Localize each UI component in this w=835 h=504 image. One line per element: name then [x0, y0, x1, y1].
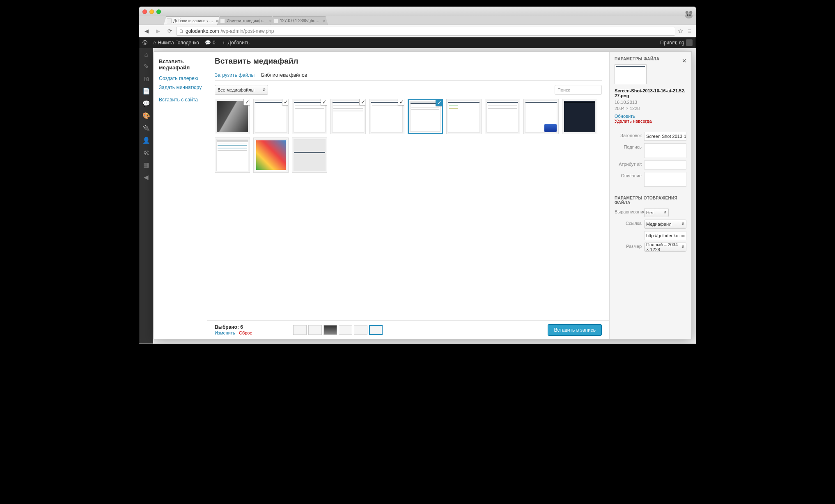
size-select[interactable]: Полный – 835 × 504 — [644, 243, 686, 252]
svg-point-3 — [687, 14, 688, 16]
detail-filename: Screen-Shot-2013-10-16-at-21.52.27.png — [615, 88, 686, 98]
tab-favicon — [220, 18, 225, 23]
selection-thumb-active[interactable] — [369, 325, 383, 335]
sidebar-link-gallery[interactable]: Создать галерею — [159, 74, 202, 83]
clear-selection-link[interactable]: Сброс — [239, 330, 252, 335]
check-icon[interactable]: ✓ — [398, 99, 404, 105]
tab-media-library[interactable]: Библиотека файлов — [261, 70, 307, 80]
check-icon[interactable]: ✓ — [436, 99, 443, 106]
modal-sidebar-title: Вставить медиафайл — [159, 58, 202, 71]
window-minimize-button[interactable] — [149, 9, 154, 14]
wp-add-new-link[interactable]: ＋ Добавить — [221, 39, 250, 46]
tab-favicon — [167, 18, 172, 23]
wp-admin-bar: ⓦ ⌂ Никита Голоденко 💬 0 ＋ Добавить Прив… — [139, 37, 696, 48]
browser-tab[interactable]: Изменить медиафайл ‹ Ни…× — [217, 16, 275, 25]
attachment-item[interactable] — [292, 137, 327, 173]
detail-dimensions: 835 × 504 — [615, 105, 686, 112]
link-url-input[interactable]: http://golodenko.com/wp-con — [644, 231, 686, 240]
modal-title: Вставить медиафайл — [215, 57, 602, 66]
attachment-item[interactable] — [446, 99, 482, 134]
tab-favicon — [273, 18, 278, 23]
selection-thumb[interactable] — [308, 325, 322, 335]
media-filter-dropdown[interactable]: Все медиафайлы — [215, 85, 268, 95]
modal-footer: Выбрано: 6 Изменить Сброс — [207, 320, 609, 339]
delete-permanently-link[interactable]: Удалить навсегда — [615, 119, 652, 124]
title-input[interactable]: Screen Shot 2013-10-16 at 2 — [644, 132, 686, 141]
attachment-item[interactable] — [253, 137, 289, 173]
attachment-item[interactable] — [215, 137, 250, 173]
attachment-item[interactable]: ✓ — [253, 99, 289, 134]
nav-reload-button[interactable]: ⟳ — [165, 26, 174, 36]
home-icon: ⌂ — [153, 40, 156, 46]
attachments-grid: ✓ ✓ ✓ ✓ ✓ ✓ — [207, 99, 609, 320]
bookmark-star-icon[interactable]: ☆ — [677, 27, 684, 35]
media-modal: × Вставить медиафайл Создать галерею Зад… — [154, 51, 692, 339]
browser-mascot-icon — [683, 10, 695, 19]
modal-sidebar: Вставить медиафайл Создать галерею Задат… — [154, 52, 207, 339]
caption-textarea[interactable] — [644, 143, 686, 158]
alt-input[interactable] — [644, 160, 686, 170]
browser-toolbar: ◀ ▶ ⟳ 🗋 golodenko.com/wp-admin/post-new.… — [139, 25, 696, 37]
attachment-item[interactable]: ✓ — [215, 99, 250, 134]
comment-icon: 💬 — [205, 40, 211, 46]
window-titlebar — [139, 7, 696, 16]
selection-thumb[interactable] — [323, 325, 337, 335]
attachment-item[interactable]: ✓ — [330, 99, 366, 134]
detail-thumbnail — [615, 64, 647, 84]
svg-point-2 — [685, 13, 693, 18]
page-info-icon[interactable]: 🗋 — [179, 28, 184, 34]
description-textarea[interactable] — [644, 172, 686, 187]
selection-thumb[interactable] — [339, 325, 352, 335]
linkto-select[interactable]: Медиафайл — [644, 220, 686, 229]
update-link[interactable]: Обновить — [615, 114, 635, 119]
check-icon[interactable]: ✓ — [359, 99, 366, 105]
selection-thumb[interactable] — [293, 325, 307, 335]
url-bar[interactable]: 🗋 golodenko.com/wp-admin/post-new.php — [176, 27, 675, 36]
avatar — [686, 39, 693, 46]
attachment-item[interactable] — [562, 99, 597, 134]
align-select[interactable]: Нет — [644, 208, 669, 217]
sidebar-link-from-url[interactable]: Вставить с сайта — [159, 95, 202, 104]
wp-logo-icon[interactable]: ⓦ — [142, 39, 147, 46]
modal-close-button[interactable]: × — [680, 55, 688, 67]
section-title-file: ПАРАМЕТРЫ ФАЙЛА — [615, 57, 686, 61]
wp-site-link[interactable]: ⌂ Никита Голоденко — [153, 40, 199, 46]
check-icon[interactable]: ✓ — [243, 99, 250, 105]
selection-thumb[interactable] — [354, 325, 367, 335]
svg-point-4 — [689, 14, 691, 16]
section-title-display: ПАРАМЕТРЫ ОТОБРАЖЕНИЯ ФАЙЛА — [615, 196, 686, 205]
check-icon[interactable]: ✓ — [321, 99, 327, 105]
tab-close-icon[interactable]: × — [323, 18, 325, 23]
selection-thumbnails — [293, 325, 383, 335]
attachment-details-panel: ПАРАМЕТРЫ ФАЙЛА Screen-Shot-2013-10-16-a… — [609, 52, 691, 339]
media-search-input[interactable]: Поиск — [555, 85, 602, 95]
sidebar-link-thumbnail[interactable]: Задать миниатюру — [159, 83, 202, 92]
attachment-item-selected[interactable]: ✓ — [408, 99, 443, 134]
attachment-item[interactable] — [485, 99, 520, 134]
browser-tabstrip: Добавить запись ‹ Никита…× Изменить меди… — [139, 16, 696, 25]
wp-user-greeting[interactable]: Привет, ng — [660, 39, 693, 46]
attachment-item[interactable]: ✓ — [369, 99, 404, 134]
plus-icon: ＋ — [221, 39, 226, 46]
browser-tab-active[interactable]: Добавить запись ‹ Никита…× — [164, 16, 221, 25]
insert-button[interactable]: Вставить в запись — [548, 324, 602, 336]
browser-menu-icon[interactable]: ≡ — [686, 27, 693, 35]
browser-tab[interactable]: 127.0.0.1:2368/ghost/ed…× — [271, 16, 328, 25]
tab-upload-files[interactable]: Загрузить файлы — [215, 70, 255, 80]
nav-back-button[interactable]: ◀ — [142, 26, 151, 36]
detail-date: 16.10.2013 — [615, 99, 686, 105]
nav-forward-button[interactable]: ▶ — [153, 26, 163, 36]
check-icon[interactable]: ✓ — [282, 99, 289, 105]
window-zoom-button[interactable] — [156, 9, 161, 14]
edit-selection-link[interactable]: Изменить — [215, 330, 235, 335]
selection-count: Выбрано: 6 — [215, 324, 252, 330]
wp-comments-link[interactable]: 💬 0 — [205, 40, 216, 46]
attachment-item[interactable] — [523, 99, 559, 134]
attachment-item[interactable]: ✓ — [292, 99, 327, 134]
window-close-button[interactable] — [142, 9, 147, 14]
